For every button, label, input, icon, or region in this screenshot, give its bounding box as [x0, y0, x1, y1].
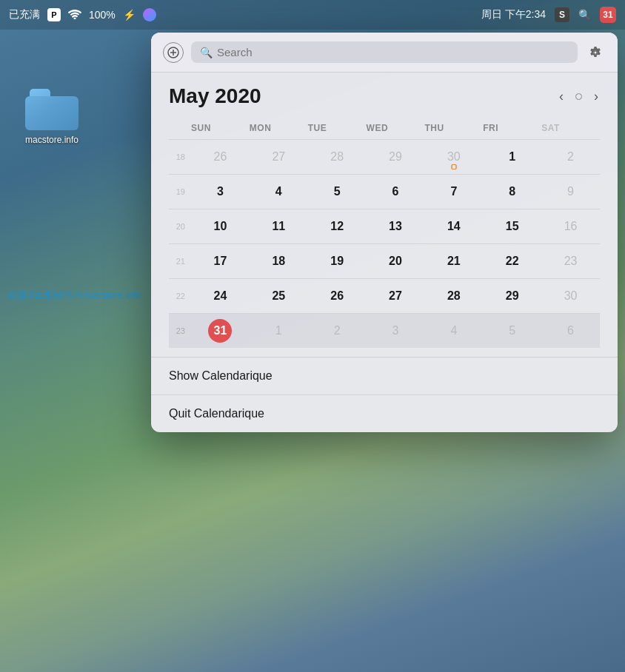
day-21-may[interactable]: 21 [424, 244, 483, 278]
day-26-may[interactable]: 26 [308, 279, 367, 313]
calendar-section: May 2020 ‹ › SUN MON TUE WED THU FRI SAT [151, 73, 618, 357]
day-18-may[interactable]: 18 [250, 244, 308, 278]
day-29-may[interactable]: 29 [483, 279, 541, 313]
day-2-jun[interactable]: 2 [308, 314, 367, 348]
day-28-may[interactable]: 28 [424, 279, 483, 313]
day-30-may[interactable]: 30 [541, 279, 600, 313]
settings-button[interactable] [585, 42, 606, 63]
day-4-may[interactable]: 4 [250, 175, 308, 209]
today-dot-button[interactable] [575, 93, 582, 100]
day-31-may-today[interactable]: 31 [191, 314, 250, 348]
day-13-may[interactable]: 13 [367, 209, 425, 243]
week-num-19: 19 [169, 175, 191, 209]
calendar-menu-icon[interactable]: 31 [600, 7, 616, 23]
week-num-21: 21 [169, 244, 191, 278]
search-magnifier-icon: 🔍 [200, 47, 213, 58]
day-17-may[interactable]: 17 [191, 244, 250, 278]
day-20-may[interactable]: 20 [367, 244, 425, 278]
day-1-jun[interactable]: 1 [250, 314, 308, 348]
day-16-may[interactable]: 16 [541, 209, 600, 243]
day-15-may[interactable]: 15 [483, 209, 541, 243]
search-input[interactable] [217, 46, 569, 58]
day-27-prev[interactable]: 27 [250, 140, 308, 174]
month-title: May 2020 [169, 84, 261, 108]
desktop-watermark: 精品Mac软件尽在macstore.info [7, 289, 141, 302]
day-19-may[interactable]: 19 [308, 244, 367, 278]
day-27-may[interactable]: 27 [367, 279, 425, 313]
calendar-popup: 🔍 May 2020 ‹ › [151, 33, 618, 432]
day-9-may[interactable]: 9 [541, 175, 600, 209]
month-name: May [169, 84, 209, 107]
day-3-jun[interactable]: 3 [367, 314, 425, 348]
day-24-may[interactable]: 24 [191, 279, 250, 313]
week-num-18: 18 [169, 140, 191, 174]
day-25-may[interactable]: 25 [250, 279, 308, 313]
show-calendarique-button[interactable]: Show Calendarique [151, 357, 618, 395]
nav-buttons: ‹ › [558, 87, 600, 106]
menubar-right: 周日 下午2:34 S 🔍 31 [481, 7, 616, 23]
datetime-label: 周日 下午2:34 [481, 8, 546, 21]
day-29-prev[interactable]: 29 [367, 140, 425, 174]
event-indicator [451, 164, 456, 169]
year-number: 2020 [215, 84, 261, 107]
desktop-folder[interactable]: macstore.info [22, 89, 81, 145]
week-num-header [169, 120, 191, 139]
day-4-jun[interactable]: 4 [424, 314, 483, 348]
day-header-mon: MON [250, 120, 308, 139]
menubar-left: 已充满 P 100% ⚡ [9, 8, 156, 21]
day-7-may[interactable]: 7 [424, 175, 483, 209]
day-header-tue: TUE [308, 120, 367, 139]
day-26-prev[interactable]: 26 [191, 140, 250, 174]
battery-status: 已充满 [9, 8, 40, 21]
battery-percent: 100% [89, 9, 116, 21]
menubar: 已充满 P 100% ⚡ 周日 下午2:34 S 🔍 31 [0, 0, 625, 30]
day-header-wed: WED [367, 120, 425, 139]
prev-month-button[interactable]: ‹ [558, 87, 565, 106]
day-14-may[interactable]: 14 [424, 209, 483, 243]
siri-icon [143, 8, 156, 21]
day-30-prev[interactable]: 30 [424, 140, 483, 174]
bottom-section: Show Calendarique Quit Calendarique [151, 357, 618, 432]
day-11-may[interactable]: 11 [250, 209, 308, 243]
parkcontrol-icon: P [47, 8, 61, 21]
popup-topbar: 🔍 [151, 33, 618, 72]
day-3-may[interactable]: 3 [191, 175, 250, 209]
day-10-may[interactable]: 10 [191, 209, 250, 243]
week-num-20: 20 [169, 209, 191, 243]
day-6-may[interactable]: 6 [367, 175, 425, 209]
day-header-thu: THU [424, 120, 483, 139]
next-month-button[interactable]: › [592, 87, 600, 106]
folder-icon [25, 89, 78, 130]
day-1-may[interactable]: 1 [483, 140, 541, 174]
search-icon[interactable]: 🔍 [578, 9, 591, 21]
day-28-prev[interactable]: 28 [308, 140, 367, 174]
day-header-sun: SUN [191, 120, 250, 139]
calendar-header: May 2020 ‹ › [169, 84, 600, 108]
week-num-23: 23 [169, 314, 191, 348]
last-week-row: 23 31 1 2 3 4 5 6 [169, 314, 600, 348]
calendar-grid: SUN MON TUE WED THU FRI SAT 18 26 27 28 … [169, 120, 600, 348]
day-header-sat: SAT [541, 120, 600, 139]
day-8-may[interactable]: 8 [483, 175, 541, 209]
search-bar[interactable]: 🔍 [191, 41, 578, 63]
quit-calendarique-button[interactable]: Quit Calendarique [151, 395, 618, 432]
add-event-button[interactable] [163, 42, 184, 63]
day-5-jun[interactable]: 5 [483, 314, 541, 348]
day-6-jun[interactable]: 6 [541, 314, 600, 348]
setapp-icon: S [555, 7, 569, 22]
week-num-22: 22 [169, 279, 191, 313]
day-22-may[interactable]: 22 [483, 244, 541, 278]
wifi-icon [68, 9, 81, 21]
day-5-may[interactable]: 5 [308, 175, 367, 209]
charge-icon: ⚡ [123, 9, 136, 21]
folder-body [25, 96, 78, 130]
day-23-may[interactable]: 23 [541, 244, 600, 278]
folder-label: macstore.info [25, 135, 78, 145]
day-2-may[interactable]: 2 [541, 140, 600, 174]
day-header-fri: FRI [483, 120, 541, 139]
day-12-may[interactable]: 12 [308, 209, 367, 243]
